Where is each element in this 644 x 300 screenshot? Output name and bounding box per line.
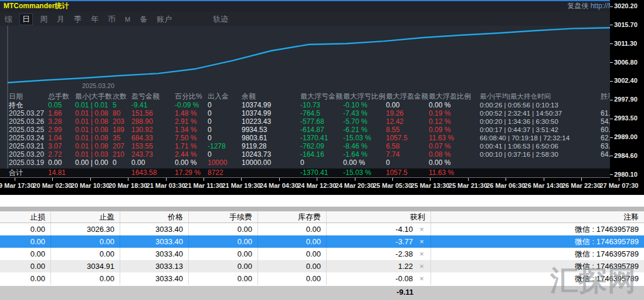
table-cell: 0.01 | 0.08 — [74, 109, 111, 117]
menu-item-币[interactable]: 币 — [106, 14, 118, 25]
table-cell: -9.41 — [130, 101, 174, 109]
table-row[interactable]: 0.000.003033.400.000.00-0.08×微信 : 174639… — [0, 272, 644, 285]
table-cell: -15.03 % — [342, 134, 385, 142]
brand-name: 复盘侠 — [567, 2, 590, 10]
close-icon[interactable]: × — [418, 260, 425, 272]
tick-mark — [610, 25, 613, 25]
table-cell: 0.07 % — [428, 142, 469, 150]
table-cell: 0.01 | 0.08 — [74, 117, 111, 126]
column-header: 最大浮亏金额 — [299, 92, 342, 101]
menu-item-综[interactable]: 综 — [2, 14, 15, 25]
table-cell: 66:08:40 | 70:19:18 | 72:32:14 — [469, 134, 587, 142]
close-icon[interactable]: × — [418, 272, 425, 285]
x-axis-label: 25 Mar 21:30 — [449, 182, 487, 189]
table-cell: 3033.40 — [120, 248, 189, 260]
close-icon[interactable]: × — [418, 235, 425, 248]
table-cell: 10000 — [206, 159, 240, 167]
table-cell: 微信 : 1746395789 — [431, 235, 644, 248]
table-cell: 1057.5 — [385, 168, 428, 177]
table-cell: 9119.28 — [240, 142, 299, 150]
table-cell: 0:00:17 | 0:44:37 | 3:51:42 — [469, 126, 587, 134]
panel-splitter[interactable] — [0, 207, 644, 211]
table-cell: -4.10× — [327, 223, 431, 235]
column-header: 盈亏金额 — [130, 92, 174, 101]
table-cell: 12.42 — [385, 117, 428, 126]
table-cell: 3034.91 — [51, 260, 120, 272]
price-axis: 3020.203015.703011.303006.803002.402997.… — [610, 0, 644, 195]
table-cell: 0.00 — [189, 260, 258, 272]
table-cell: -0.10 % — [342, 101, 385, 109]
menu-item-备[interactable]: 备 — [137, 14, 150, 25]
x-axis-label: 25 Mar 13:30 — [411, 182, 449, 189]
table-cell: -6.21 % — [342, 126, 385, 134]
tick-mark — [506, 178, 506, 181]
table-cell — [111, 168, 130, 177]
table-row[interactable]: 0.000.003033.400.000.00-2.38×微信 : 174639… — [0, 248, 644, 260]
tick-mark — [317, 178, 317, 181]
tick-mark — [610, 174, 613, 175]
table-cell: 130.92 — [130, 126, 174, 134]
orders-panel: 止损止盈价格手续费库存费获利注释0.003026.303033.400.000.… — [0, 195, 644, 300]
table-cell: 63.25 — [587, 142, 610, 150]
table-cell: 0.00 % — [428, 101, 469, 109]
table-cell: 0.01 | 0.01 — [74, 101, 111, 109]
table-cell: 54.19 — [587, 117, 610, 126]
close-icon[interactable]: × — [418, 248, 425, 260]
table-cell: 微信 : 1746395789 — [431, 272, 644, 285]
table-cell: 207 — [111, 142, 130, 150]
table-cell: -15.03 % — [342, 168, 385, 177]
stats-total-row: 合计14.811643.5817.29 %8722-1370.41-15.03 … — [0, 168, 610, 177]
menu-item-轨迹[interactable]: 轨迹 — [211, 14, 231, 25]
column-header: 余额 — [240, 92, 299, 101]
table-cell: 3033.40 — [120, 223, 189, 235]
menu-item-日[interactable]: 日 — [19, 14, 33, 25]
x-axis-label: 26 Mar 22:30 — [562, 182, 601, 189]
table-cell: 0.08 % — [428, 150, 469, 159]
table-row[interactable]: 0.003034.913033.130.000.001.22×微信 : 1746… — [0, 260, 644, 272]
column-header: 出入金 — [206, 92, 240, 101]
profit-value: 1.22 — [398, 260, 413, 272]
table-cell: -762.09 — [299, 142, 342, 150]
table-cell: 210 — [111, 150, 130, 159]
table-cell: 0.00 — [258, 260, 327, 272]
table-cell: 2025.03.27 — [0, 109, 47, 117]
table-cell: 1.66 — [47, 109, 74, 117]
table-cell: 7.74 — [385, 150, 428, 159]
x-axis-label: 24 Mar 20:30 — [335, 182, 374, 189]
tick-mark — [204, 178, 204, 181]
table-cell: 2025.03.19 — [0, 159, 47, 167]
table-cell: 0 — [206, 109, 240, 117]
tick-mark — [355, 178, 355, 181]
menu-item-季[interactable]: 季 — [72, 14, 84, 25]
profit-value: -4.10 — [395, 223, 413, 235]
menu-item-账户[interactable]: 账户 — [154, 14, 174, 25]
table-row[interactable]: 0.000.003033.400.000.00-3.77×微信 : 174639… — [0, 235, 644, 248]
menu-item-M[interactable]: M — [123, 14, 133, 23]
close-icon[interactable]: × — [418, 223, 425, 235]
table-cell: 0 — [206, 117, 240, 126]
table-row: 2025.03.202.720.01 | 0.03210243.732.44 %… — [0, 150, 610, 159]
menu-item-周[interactable]: 周 — [38, 14, 50, 25]
table-cell: 3033.40 — [120, 272, 189, 285]
table-cell: -5.70 % — [342, 117, 385, 126]
x-axis-label: 21 Mar 11:30 — [184, 182, 222, 189]
table-cell: 微信 : 1746395789 — [431, 248, 644, 260]
tick-mark — [610, 81, 613, 82]
tick-mark — [610, 43, 613, 44]
y-axis-label: 2984.60 — [610, 152, 638, 159]
column-header: 获利 — [327, 211, 431, 223]
table-cell: 1057.5 — [385, 134, 428, 142]
statistics-panel: MTCommander统计 复盘侠 http://MTComma 综日周月季年币… — [0, 0, 644, 195]
table-cell — [587, 101, 610, 109]
table-cell: 19.26 — [385, 109, 428, 117]
table-cell: 1643.58 — [130, 168, 174, 177]
menu-item-年[interactable]: 年 — [89, 14, 101, 25]
table-cell: 0:00:52 | 2:32:41 | 14:50:37 — [469, 109, 587, 117]
menu-item-月[interactable]: 月 — [55, 14, 67, 25]
table-cell: 80 — [111, 109, 130, 117]
table-cell: 10374.99 — [240, 101, 299, 109]
column-header: 手续费 — [189, 211, 258, 223]
table-cell: 2025.03.20 — [0, 150, 47, 159]
chart-date-label: 2025.03.20 — [82, 82, 114, 89]
table-row[interactable]: 0.003026.303033.400.000.00-4.10×微信 : 174… — [0, 223, 644, 235]
